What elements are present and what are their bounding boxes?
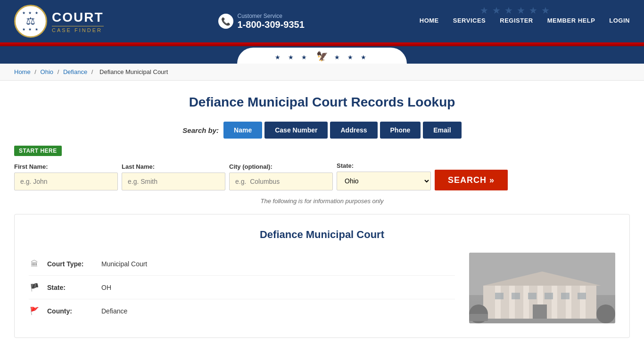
court-details: 🏛 Court Type: Municipal Court 🏴 State: O… (29, 253, 455, 323)
court-type-icon: 🏛 (29, 260, 40, 268)
last-name-group: Last Name: (122, 163, 225, 190)
first-name-input[interactable] (14, 173, 118, 190)
court-building-image (469, 253, 615, 323)
svg-rect-17 (469, 314, 488, 321)
customer-service-label: Customer Service (237, 13, 304, 19)
logo-area: ★ ★ ★ ⚖ ★ ★ ★ COURT CASE FINDER (14, 5, 104, 38)
nav-login[interactable]: LOGIN (609, 17, 630, 26)
first-name-label: First Name: (14, 163, 118, 170)
state-label-detail: State: (47, 284, 94, 291)
search-button[interactable]: SEARCH » (435, 170, 508, 190)
main-nav: HOME SERVICES REGISTER MEMBER HELP LOGIN (420, 17, 630, 26)
svg-point-16 (596, 304, 615, 323)
svg-rect-11 (580, 286, 586, 323)
breadcrumb-current: Defiance Municipal Court (99, 68, 168, 75)
nav-member-help[interactable]: MEMBER HELP (547, 17, 595, 26)
eagle-stars-right: ★ ★ ★ (334, 54, 369, 61)
svg-rect-23 (578, 293, 586, 299)
scales-icon: ⚖ (22, 15, 39, 27)
svg-rect-9 (552, 286, 557, 323)
svg-rect-22 (561, 293, 570, 299)
info-note: The following is for information purpose… (14, 197, 630, 205)
start-here-badge: START HERE (14, 146, 62, 156)
city-label: City (optional): (229, 163, 333, 170)
svg-rect-14 (469, 319, 615, 323)
svg-rect-10 (566, 286, 571, 323)
phone-icon: 📞 (218, 14, 233, 29)
logo-court-label: COURT (52, 10, 104, 25)
main-content: Defiance Municipal Court Records Lookup … (0, 81, 644, 352)
city-input[interactable] (229, 173, 333, 190)
city-group: City (optional): (229, 163, 333, 190)
tab-name[interactable]: Name (223, 122, 262, 139)
svg-rect-18 (495, 293, 504, 299)
breadcrumb: Home / Ohio / Defiance / Defiance Munici… (0, 64, 644, 81)
svg-rect-7 (523, 286, 529, 323)
last-name-input[interactable] (122, 173, 225, 190)
detail-row-state: 🏴 State: OH (29, 276, 455, 299)
county-value: Defiance (101, 307, 127, 315)
red-banner (0, 42, 644, 46)
svg-rect-6 (509, 286, 515, 323)
breadcrumb-defiance[interactable]: Defiance (63, 68, 87, 75)
court-info-box: Defiance Municipal Court 🏛 Court Type: M… (14, 214, 630, 338)
tab-case-number[interactable]: Case Number (264, 122, 328, 139)
nav-services[interactable]: SERVICES (453, 17, 486, 26)
eagle-icon: 🦅 (316, 51, 328, 61)
court-type-label: Court Type: (47, 260, 94, 268)
county-label: County: (47, 307, 94, 315)
logo-circle: ★ ★ ★ ⚖ ★ ★ ★ (14, 5, 47, 38)
logo-case-finder-label: CASE FINDER (52, 26, 104, 33)
phone-area: 📞 Customer Service 1-800-309-9351 (218, 13, 304, 30)
tab-address[interactable]: Address (330, 122, 377, 139)
header: ★ ★ ★ ★ ★ ★ ★ ★ ★ ⚖ ★ ★ ★ COURT CASE FIN… (0, 0, 644, 42)
page-title: Defiance Municipal Court Records Lookup (14, 95, 630, 110)
state-group: State: Ohio Alabama Alaska Arizona Calif… (337, 162, 431, 190)
search-by-row: Search by: Name Case Number Address Phon… (14, 122, 630, 139)
tab-phone[interactable]: Phone (380, 122, 421, 139)
phone-number: 1-800-309-9351 (237, 19, 304, 30)
nav-register[interactable]: REGISTER (500, 17, 533, 26)
state-value: OH (101, 284, 111, 291)
logo-text: COURT CASE FINDER (52, 10, 104, 33)
court-info-title: Defiance Municipal Court (29, 229, 615, 241)
last-name-label: Last Name: (122, 163, 225, 170)
detail-row-court-type: 🏛 Court Type: Municipal Court (29, 253, 455, 276)
building-svg (469, 253, 615, 323)
nav-home[interactable]: HOME (420, 17, 439, 26)
breadcrumb-ohio[interactable]: Ohio (41, 68, 53, 75)
eagle-stars-left: ★ ★ ★ (275, 54, 309, 61)
decorative-stars: ★ ★ ★ ★ ★ ★ (480, 5, 550, 16)
search-form-row: First Name: Last Name: City (optional): … (14, 162, 630, 190)
svg-rect-20 (528, 293, 537, 299)
state-icon: 🏴 (29, 283, 40, 292)
detail-row-county: 🚩 County: Defiance (29, 299, 455, 322)
court-info-content: 🏛 Court Type: Municipal Court 🏴 State: O… (29, 253, 615, 323)
logo-inner: ★ ★ ★ ⚖ ★ ★ ★ (22, 11, 39, 32)
search-by-label: Search by: (182, 126, 219, 134)
svg-rect-19 (512, 293, 520, 299)
search-section: Search by: Name Case Number Address Phon… (14, 122, 630, 205)
first-name-group: First Name: (14, 163, 118, 190)
state-label: State: (337, 162, 431, 169)
tab-email[interactable]: Email (423, 122, 461, 139)
breadcrumb-home[interactable]: Home (14, 68, 31, 75)
eagle-area: ★ ★ ★ 🦅 ★ ★ ★ (237, 48, 406, 64)
svg-rect-5 (495, 286, 501, 323)
state-select[interactable]: Ohio Alabama Alaska Arizona California C… (337, 172, 431, 190)
county-icon: 🚩 (29, 306, 40, 315)
eagle-banner: ★ ★ ★ 🦅 ★ ★ ★ (0, 46, 644, 64)
svg-rect-21 (545, 293, 553, 299)
court-type-value: Municipal Court (101, 260, 147, 268)
